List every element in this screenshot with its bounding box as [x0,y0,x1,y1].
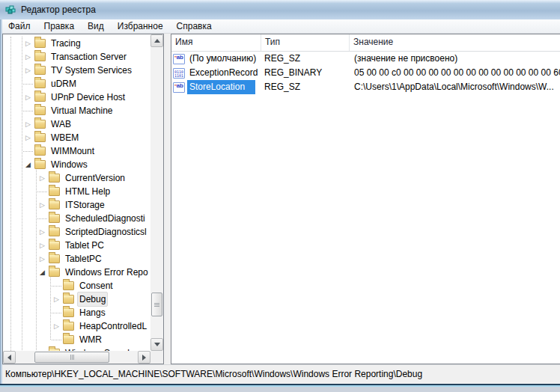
tree-connector [23,84,33,85]
tree-item-label: ScriptedDiagnosticsl [63,224,149,239]
tree-item-tv-system-services[interactable]: ▷TV System Services [3,64,150,77]
list-row-по-умолчанию[interactable]: ”ab(По умолчанию)REG_SZ(значение не прис… [171,52,560,66]
tree-item-consent[interactable]: Consent [3,279,150,293]
expand-icon[interactable]: ▷ [37,171,47,185]
menu-bar: ФайлПравкаВидИзбранноеСправка [0,19,560,34]
expand-icon[interactable]: ▷ [23,37,33,50]
column-header-name[interactable]: Имя [171,34,261,51]
tree-item-windows[interactable]: ◢Windows [3,158,150,171]
expand-icon[interactable]: ▷ [52,319,61,333]
folder-icon [49,241,60,250]
list-row-exceptionrecord[interactable]: 01101101ExceptionRecordREG_BINARY05 00 0… [171,66,560,80]
expand-icon[interactable]: ▷ [37,198,47,212]
tree-item-wmr[interactable]: WMR [3,333,150,346]
tree-item-label: WMR [77,332,104,347]
expand-icon[interactable]: ▷ [23,117,33,131]
tree-item-label: HeapControlledL [77,319,149,334]
tree-item-label: TabletPC [63,251,104,266]
folder-icon [49,214,60,223]
folder-icon [49,174,60,183]
value-data: (значение не присвоено) [350,52,560,66]
tree-item-heapcontrolledl[interactable]: ▷HeapControlledL [3,319,150,333]
folder-icon [34,39,46,48]
value-type: REG_SZ [261,80,350,94]
tree-connector [52,340,61,340]
tree-item-label: Windows Search [63,346,135,351]
tree-item-tablet-pc[interactable]: ▷Tablet PC [3,239,150,252]
column-header-value[interactable]: Значение [350,34,560,51]
tree-item-transaction-server[interactable]: ▷Transaction Server [3,50,150,64]
tree-item-upnp-device-host[interactable]: ▷UPnP Device Host [3,91,150,104]
tree-item-windows-error-repo[interactable]: ◢Windows Error Repo [3,266,150,279]
tree-item-itstorage[interactable]: ▷ITStorage [3,198,150,212]
tree-item-virtual-machine[interactable]: Virtual Machine [3,104,150,117]
status-bar: Компьютер\HKEY_LOCAL_MACHINE\SOFTWARE\Mi… [0,364,560,384]
scroll-right-button[interactable] [138,351,150,364]
tree-item-label: Windows [49,157,90,172]
horizontal-scroll-thumb[interactable] [34,352,109,363]
tree-item-tracing[interactable]: ▷Tracing [3,37,150,50]
scroll-left-button[interactable] [3,351,16,364]
tree-item-label: UPnP Device Host [49,90,127,105]
expand-icon[interactable]: ▷ [23,131,33,144]
folder-icon [63,335,74,344]
menu-item-файл[interactable]: Файл [1,19,37,33]
tree-item-wbem[interactable]: ▷WBEM [3,131,150,144]
expand-icon[interactable]: ▷ [37,239,47,252]
expand-icon[interactable]: ▷ [23,50,33,64]
tree-item-label: ITStorage [63,197,107,212]
tree-item-wab[interactable]: ▷WAB [3,117,150,131]
value-name: StoreLocation [187,80,255,94]
down-arrow-icon [154,343,160,346]
menu-item-вид[interactable]: Вид [81,19,111,33]
tree-item-label: uDRM [49,76,79,91]
tree-item-label: Windows Error Repo [63,265,150,280]
tree-horizontal-scrollbar[interactable] [3,351,150,364]
menu-item-справка[interactable]: Справка [170,19,219,33]
expand-icon[interactable]: ▷ [23,91,33,104]
tree-connector [52,286,61,287]
tree-item-label: WIMMount [49,144,97,159]
string-value-icon: ”ab [173,82,185,93]
window-bottom-border [0,384,560,392]
scroll-up-button[interactable] [150,34,163,47]
folder-icon [49,254,60,263]
tree-item-currentversion[interactable]: ▷CurrentVersion [3,171,150,185]
tree-item-label: CurrentVersion [63,171,127,186]
value-data: C:\Users\1\AppData\Local\Microsoft\Windo… [350,80,560,94]
thumb-grip-icon [70,355,74,360]
expand-icon[interactable]: ▷ [52,293,61,306]
tree-item-html-help[interactable]: HTML Help [3,185,150,198]
tree-item-label: HTML Help [63,184,112,199]
registry-editor-icon [4,4,16,16]
column-header-type[interactable]: Тип [261,34,350,51]
vertical-scroll-thumb[interactable] [151,293,162,316]
right-arrow-icon [142,355,146,361]
tree-connector [37,192,47,192]
collapse-icon[interactable]: ◢ [37,266,47,279]
menu-item-избранное[interactable]: Избранное [111,19,170,33]
list-row-storelocation[interactable]: ”abStoreLocationREG_SZC:\Users\1\AppData… [171,80,560,94]
tree-item-scripteddiagnosticsl[interactable]: ▷ScriptedDiagnosticsl [3,225,150,239]
title-bar[interactable]: Редактор реестра [0,0,560,19]
collapse-icon[interactable]: ◢ [23,158,33,171]
folder-icon [34,133,46,142]
tree-item-hangs[interactable]: Hangs [3,306,150,319]
expand-icon[interactable]: ▷ [37,252,47,266]
folder-icon [34,52,46,61]
tree-item-scheduleddiagnosti[interactable]: ScheduledDiagnosti [3,212,150,225]
expand-icon[interactable]: ▷ [37,225,47,239]
window-title: Редактор реестра [21,4,96,15]
menu-item-правка[interactable]: Правка [37,19,82,33]
value-data: 05 00 00 c0 00 00 00 00 00 00 00 00 00 0… [350,66,560,80]
folder-icon [63,322,74,331]
tree-vertical-scrollbar[interactable] [150,34,163,351]
scroll-down-button[interactable] [150,338,163,351]
tree-item-tabletpc[interactable]: ▷TabletPC [3,252,150,266]
tree-item-wimmount[interactable]: WIMMount [3,144,150,158]
tree-item-label: TV System Services [49,63,134,78]
folder-icon [63,281,74,290]
tree-item-debug[interactable]: ▷Debug [3,293,150,306]
tree-item-udrm[interactable]: uDRM [3,77,150,91]
expand-icon[interactable]: ▷ [23,64,33,77]
